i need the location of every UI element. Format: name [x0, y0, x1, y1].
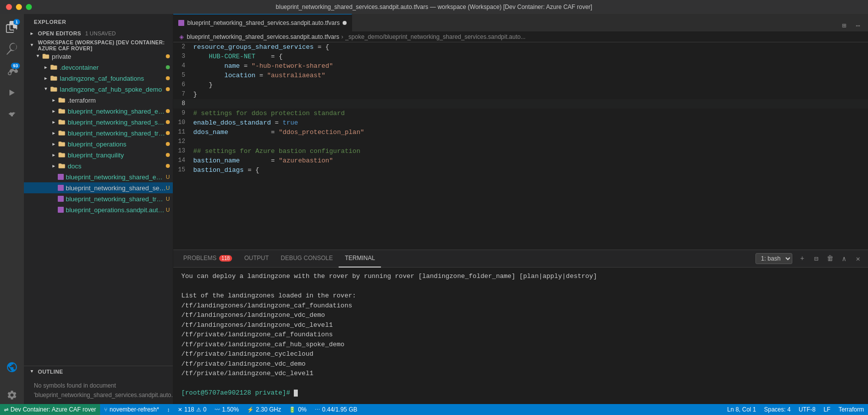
- file-egress-ubadge: U: [166, 174, 170, 180]
- run-activity-icon[interactable]: [3, 84, 21, 102]
- terminal-line-9: /tf/private/landingzone_cyclecloud: [181, 349, 860, 359]
- tree-item-bp-tranquility[interactable]: blueprint_tranquility: [24, 149, 173, 160]
- editor-area: blueprint_networking_shared_services.san…: [173, 14, 868, 404]
- tree-item-lz-hub-spoke[interactable]: landingzone_caf_hub_spoke_demo: [24, 84, 173, 95]
- terraform-label: .terraform: [68, 97, 173, 104]
- terminal-line-2: [181, 281, 860, 291]
- tab-debug-console[interactable]: DEBUG CONSOLE: [275, 250, 339, 268]
- cpu-freq-status[interactable]: ⚡ 2.30 GHz: [243, 404, 285, 415]
- minimize-button[interactable]: [16, 4, 22, 10]
- tree-item-bp-transit[interactable]: blueprint_networking_shared_transit: [24, 128, 173, 138]
- terminal-panel: PROBLEMS 118 OUTPUT DEBUG CONSOLE TERMIN…: [173, 250, 868, 404]
- tab-problems[interactable]: PROBLEMS 118: [177, 250, 238, 268]
- kill-terminal-button[interactable]: 🗑: [824, 253, 836, 265]
- language-status[interactable]: Terraform: [835, 406, 868, 413]
- remote-activity-icon[interactable]: [3, 358, 21, 376]
- settings-activity-icon[interactable]: [3, 386, 21, 404]
- code-editor[interactable]: 2 resource_groups_shared_services = { 3 …: [173, 42, 868, 250]
- lz-foundations-label: landingzone_caf_foundations: [60, 75, 166, 82]
- bp-transit-arrow: [50, 129, 58, 137]
- warnings-count: 0: [203, 406, 207, 413]
- line-num-11: 11: [173, 128, 193, 137]
- outline-content: No symbols found in document 'blueprint_…: [24, 377, 173, 404]
- explorer-icon[interactable]: 1: [3, 18, 21, 36]
- tree-item-terraform[interactable]: .terraform: [24, 95, 173, 106]
- sync-status[interactable]: ↕: [163, 404, 174, 415]
- spaces-status[interactable]: Spaces: 4: [760, 406, 794, 413]
- tree-item-lz-foundations[interactable]: landingzone_caf_foundations: [24, 73, 173, 84]
- line-ending-status[interactable]: LF: [820, 406, 835, 413]
- bp-operations-arrow: [50, 140, 58, 148]
- breadcrumb: ◈ blueprint_networking_shared_services.s…: [173, 31, 868, 42]
- file-transit-ubadge: U: [166, 196, 170, 202]
- outline-header[interactable]: OUTLINE: [24, 366, 173, 377]
- line-ending-label: LF: [824, 406, 831, 413]
- more-actions-button[interactable]: ⋯: [852, 19, 864, 31]
- folder-icon: [50, 63, 58, 71]
- add-terminal-button[interactable]: +: [796, 253, 808, 265]
- tab-services[interactable]: blueprint_networking_shared_services.san…: [173, 14, 352, 31]
- maximize-panel-button[interactable]: ∧: [838, 253, 850, 265]
- terminal-cursor: [294, 390, 298, 397]
- tab-output[interactable]: OUTPUT: [238, 250, 274, 268]
- errors-status[interactable]: ✕ 118 ⚠ 0: [174, 404, 211, 415]
- close-button[interactable]: [6, 4, 12, 10]
- folder-icon: [58, 140, 66, 148]
- tab-file-icon: [178, 20, 184, 26]
- tree-item-file-operations[interactable]: blueprint_operations.sandpit.auto.tfvars…: [24, 204, 173, 215]
- terminal-selector[interactable]: 1: bash: [755, 253, 792, 264]
- terminal-line-1: You can deploy a landingzone with the ro…: [181, 272, 860, 281]
- private-badge: [166, 54, 170, 58]
- breadcrumb-icon: ◈: [179, 33, 184, 40]
- split-editor-button[interactable]: ⊞: [838, 19, 850, 31]
- lz-hub-spoke-label: landingzone_caf_hub_spoke_demo: [60, 86, 166, 93]
- tree-item-file-services[interactable]: blueprint_networking_shared_services.san…: [24, 182, 173, 193]
- tab-terminal[interactable]: TERMINAL: [339, 250, 381, 268]
- cpu-status[interactable]: 〰 1.50%: [211, 404, 243, 415]
- terminal-prompt-line: [root@5707ae902128 private]#: [181, 388, 860, 398]
- search-activity-icon[interactable]: [3, 40, 21, 58]
- open-editors-section[interactable]: OPEN EDITORS 1 UNSAVED: [24, 28, 173, 39]
- breadcrumb-sep: ›: [341, 33, 343, 40]
- source-control-badge: 93: [11, 63, 20, 69]
- encoding-status[interactable]: UTF-8: [795, 406, 820, 413]
- branch-status[interactable]: ⑂ november-refresh*: [100, 404, 163, 415]
- split-terminal-button[interactable]: ⊟: [810, 253, 822, 265]
- source-control-activity-icon[interactable]: 93: [3, 62, 21, 80]
- breadcrumb-filename[interactable]: blueprint_networking_shared_services.san…: [187, 33, 339, 40]
- tree-item-bp-egress[interactable]: blueprint_networking_shared_egress: [24, 106, 173, 117]
- outline-no-symbols: No symbols found in document: [34, 381, 163, 391]
- bp-services-arrow: [50, 118, 58, 126]
- line-num-15: 15: [173, 165, 193, 175]
- outline-arrow: [28, 368, 36, 376]
- tree-item-bp-services[interactable]: blueprint_networking_shared_services: [24, 117, 173, 128]
- editor-tab-bar: blueprint_networking_shared_services.san…: [173, 14, 868, 31]
- bp-operations-badge: [166, 142, 170, 146]
- memory-status[interactable]: ⋯ 0.44/1.95 GB: [311, 404, 362, 415]
- tree-item-docs[interactable]: docs: [24, 160, 173, 171]
- close-panel-button[interactable]: ✕: [852, 253, 864, 265]
- line-num-9: 9: [173, 109, 193, 118]
- private-arrow: [34, 52, 42, 60]
- extensions-activity-icon[interactable]: [3, 106, 21, 124]
- tree-item-private[interactable]: private: [24, 51, 173, 62]
- tree-item-file-egress[interactable]: blueprint_networking_shared_egress.sandp…: [24, 171, 173, 182]
- folder-icon: [58, 107, 66, 115]
- window-title: blueprint_networking_shared_services.san…: [276, 3, 592, 10]
- tree-item-devcontainer[interactable]: .devcontainer: [24, 62, 173, 73]
- tab-terminal-label: TERMINAL: [345, 255, 375, 262]
- terraform-file-icon: [58, 185, 64, 191]
- terminal-content[interactable]: You can deploy a landingzone with the ro…: [173, 268, 868, 404]
- dev-container-label: Dev Container: Azure CAF rover: [10, 406, 96, 413]
- tree-item-bp-operations[interactable]: blueprint_operations: [24, 138, 173, 149]
- tab-services-label: blueprint_networking_shared_services.san…: [187, 19, 340, 26]
- dev-container-status[interactable]: ⇌ Dev Container: Azure CAF rover: [0, 404, 100, 415]
- cursor-position[interactable]: Ln 8, Col 1: [723, 406, 760, 413]
- tree-item-file-transit[interactable]: blueprint_networking_shared_transit.sand…: [24, 193, 173, 204]
- workspace-section[interactable]: WORKSPACE (WORKSPACE) [DEV CONTAINER: AZ…: [24, 40, 173, 51]
- line-content-11: ddos_name = "ddos_protection_plan": [193, 128, 868, 137]
- folder-icon: [58, 129, 66, 137]
- memory-label: 0.44/1.95 GB: [322, 406, 358, 413]
- maximize-button[interactable]: [26, 4, 32, 10]
- battery-status[interactable]: 🔋 0%: [285, 404, 310, 415]
